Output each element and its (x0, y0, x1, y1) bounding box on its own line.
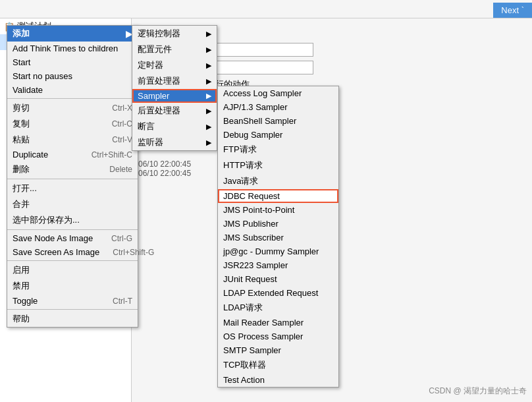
cm1-save-node[interactable]: Save Node As Image Ctrl-G (7, 231, 138, 245)
cm1-delete[interactable]: 删除 Delete (7, 161, 138, 177)
cm1-duplicate[interactable]: Duplicate Ctrl+Shift-C (7, 148, 138, 161)
cm3-java[interactable]: Java请求 (218, 173, 338, 189)
cm3-junit[interactable]: JUnit Request (218, 272, 338, 286)
cm2-config[interactable]: 配置元件 ▶ (132, 42, 217, 57)
context-menu-3: Access Log Sampler AJP/1.3 Sampler BeanS… (217, 86, 339, 388)
cm3-ldap[interactable]: LDAP请求 (218, 300, 338, 316)
cm3-mail[interactable]: Mail Reader Sampler (218, 316, 338, 330)
watermark: CSDN @ 渴望力量的哈士奇 (429, 386, 527, 397)
cm3-http[interactable]: HTTP请求 (218, 158, 338, 173)
cm3-jdbc[interactable]: JDBC Request (218, 189, 338, 203)
cm3-jpgc[interactable]: jp@gc - Dummy Sampler (218, 244, 338, 258)
cm1-save-screen[interactable]: Save Screen As Image Ctrl+Shift-G (7, 245, 138, 259)
cm3-os[interactable]: OS Process Sampler (218, 330, 338, 343)
cm2-logic[interactable]: 逻辑控制器 ▶ (132, 26, 217, 42)
cm1-cut[interactable]: 剪切 Ctrl-X (7, 100, 138, 116)
cm1-sep3 (7, 229, 138, 230)
cm3-ajp[interactable]: AJP/1.3 Sampler (218, 100, 338, 114)
cm2-pre[interactable]: 前置处理器 ▶ (132, 73, 217, 89)
cm3-smtp[interactable]: SMTP Sampler (218, 343, 338, 357)
cm1-sep5 (7, 309, 138, 310)
cm1-sep1 (7, 98, 138, 99)
context-menu-2: 逻辑控制器 ▶ 配置元件 ▶ 定时器 ▶ 前置处理器 ▶ Sampler ▶ 后… (132, 25, 217, 151)
cm3-ldap-ext[interactable]: LDAP Extended Request (218, 286, 338, 300)
cm1-sep2 (7, 179, 138, 179)
cm3-jms-pub[interactable]: JMS Publisher (218, 217, 338, 231)
cm3-debug[interactable]: Debug Sampler (218, 128, 338, 142)
cm1-validate[interactable]: Validate (7, 83, 138, 97)
cm2-listener[interactable]: 监听器 ▶ (132, 134, 217, 150)
cm1-start-no-pause[interactable]: Start no pauses (7, 69, 138, 83)
next-button[interactable]: Next ` (493, 3, 532, 18)
cm1-toggle[interactable]: Toggle Ctrl-T (7, 294, 138, 308)
cm2-timer[interactable]: 定时器 ▶ (132, 57, 217, 73)
cm1-start[interactable]: Start (7, 55, 138, 69)
cm1-add-think[interactable]: Add Think Times to children (7, 42, 138, 55)
cm1-save-selection[interactable]: 选中部分保存为... (7, 212, 138, 228)
cm3-jsr223[interactable]: JSR223 Sampler (218, 258, 338, 272)
cm2-sampler[interactable]: Sampler ▶ (132, 89, 217, 103)
app-container: Next ` 📋 测试计划 ⊙ 线程组 🖥 工作台 线程组 名称： 注释： 在取… (0, 0, 532, 402)
cm3-jms-p2p[interactable]: JMS Point-to-Point (218, 203, 338, 217)
toolbar: Next ` (0, 0, 532, 18)
cm1-disable[interactable]: 禁用 (7, 278, 138, 294)
cm3-beanshell[interactable]: BeanShell Sampler (218, 114, 338, 128)
cm1-merge[interactable]: 合并 (7, 196, 138, 212)
cm1-paste[interactable]: 粘贴 Ctrl-V (7, 132, 138, 148)
cm3-access-log[interactable]: Access Log Sampler (218, 86, 338, 100)
cm1-header-label: 添加 (13, 28, 30, 40)
cm1-copy[interactable]: 复制 Ctrl-C (7, 116, 138, 132)
cm2-assertion[interactable]: 断言 ▶ (132, 119, 217, 134)
context-menu-1: 添加 ▶ Add Think Times to children Start S… (7, 25, 138, 328)
cm3-jms-sub[interactable]: JMS Subscriber (218, 231, 338, 244)
cm2-post[interactable]: 后置处理器 ▶ (132, 103, 217, 119)
cm3-ftp[interactable]: FTP请求 (218, 142, 338, 158)
cm1-help[interactable]: 帮助 (7, 311, 138, 327)
cm1-sep4 (7, 260, 138, 261)
cm1-header[interactable]: 添加 ▶ (7, 26, 138, 42)
cm1-open[interactable]: 打开... (7, 181, 138, 196)
cm1-enable[interactable]: 启用 (7, 262, 138, 278)
cm3-tcp[interactable]: TCP取样器 (218, 357, 338, 373)
cm3-test-action[interactable]: Test Action (218, 373, 338, 387)
